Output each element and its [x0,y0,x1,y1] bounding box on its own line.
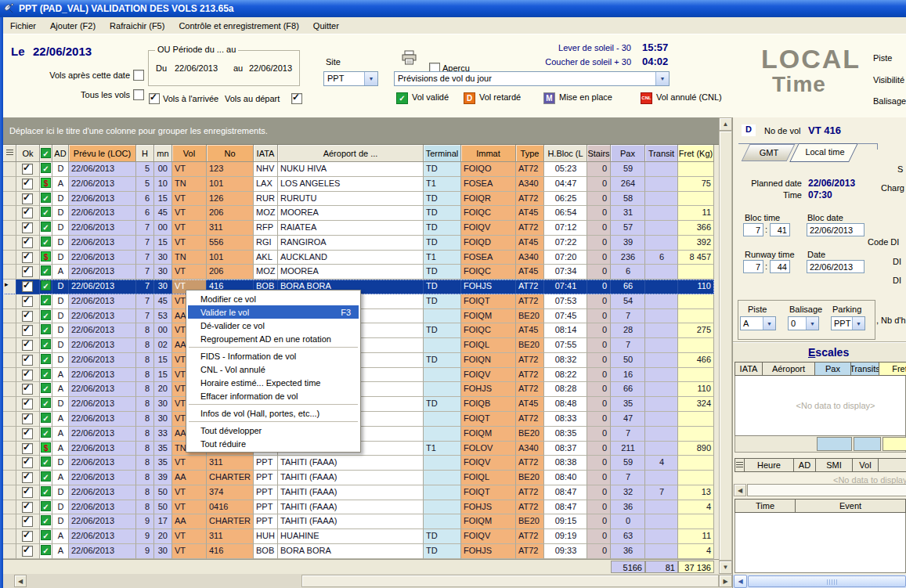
ok-checkbox[interactable] [22,384,33,395]
scroll-left-icon[interactable]: ◀ [734,484,746,496]
period-du-date[interactable]: 22/06/2013 [175,63,218,73]
runway-hour-field[interactable] [743,260,763,273]
tab-gmt[interactable]: GMT [742,144,796,161]
horizontal-scrollbar[interactable]: ◀ ▶ [3,574,732,588]
balisage-select[interactable]: 0 ▼ [788,316,819,330]
chevron-down-icon[interactable]: ▼ [364,72,377,85]
context-item-valider-le-vol[interactable]: Valider le volF3 [188,305,359,319]
flight-row[interactable]: ✓D22/06/2013500VT123NHVNUKU HIVATDFOIQOA… [3,162,714,177]
flight-row[interactable]: ✓D22/06/2013700VT311RFPRAIATEATDFOIQVAT7… [3,221,714,236]
site-select[interactable]: PPT ▼ [323,71,378,86]
ok-checkbox[interactable] [22,193,33,204]
flight-row[interactable]: ✓D22/06/2013850VT374PPTTAHITI (FAAA)FOIQ… [3,485,714,500]
flight-row[interactable]: $D22/06/2013730TN101AKLAUCKLANDT1FOSEAA3… [3,251,714,265]
column-header-date[interactable]: Prévu le (LOC) [69,145,136,162]
movements-head-col-4[interactable]: Vol [853,458,879,472]
column-header-ok[interactable]: Ok [16,145,40,162]
escales-title[interactable]: Escales [808,346,849,359]
ok-checkbox[interactable] [22,413,33,424]
report-select[interactable]: Prévisions de vol du jour ▼ [394,71,670,86]
column-header-term[interactable]: Terminal [424,145,461,162]
chevron-down-icon[interactable]: ▼ [655,72,669,85]
column-header-icon[interactable]: ✓ [40,145,52,162]
flight-row[interactable]: ✓A22/06/2013839AACHARTERPPTTAHITI (FAAA)… [3,471,714,485]
flight-row[interactable]: ✓A22/06/2013730VT206MOZMOOREATDFOIQCAT45… [3,265,714,280]
context-item-horaire-estim-expected-time[interactable]: Horaire estimé... Expected time [188,376,359,389]
ok-checkbox[interactable] [22,516,33,527]
menu-ajouter-f2[interactable]: Ajouter (F2) [43,19,103,33]
column-header-no[interactable]: No [207,145,254,162]
bloc-hour-field[interactable] [743,223,763,236]
context-item-tout-d-velopper[interactable]: Tout développer [188,424,359,437]
ok-checkbox[interactable] [22,370,33,381]
flight-row[interactable]: ✓A22/06/2013920VT311HUHHUAHINETDFOIQVAT7… [3,529,714,544]
ok-checkbox[interactable] [22,207,33,218]
runway-date-field[interactable] [807,260,864,273]
column-header-transit[interactable]: Transit [645,145,678,162]
movements-head-col-0[interactable] [735,458,745,472]
all-flights-checkbox[interactable] [133,89,144,100]
events-head-col-1[interactable]: Event [796,499,906,513]
scroll-right-icon[interactable]: ▶ [719,575,732,587]
ok-checkbox[interactable] [22,340,33,351]
column-header-ind[interactable] [3,145,16,162]
movements-scrollbar[interactable]: ◀ [733,484,906,496]
departure-checkbox[interactable] [291,93,302,104]
piste-select[interactable]: A ▼ [740,316,776,330]
column-header-iata[interactable]: IATA [254,145,278,162]
ok-checkbox[interactable] [22,252,33,263]
flight-row[interactable]: $A22/06/2013510TN101LAXLOS ANGELEST1FOSE… [3,177,714,192]
menu-quitter[interactable]: Quitter [306,19,346,33]
chevron-down-icon[interactable]: ▼ [806,317,818,330]
horizontal-scroll-thumb[interactable] [301,575,719,587]
events-head-col-0[interactable]: Time [735,499,796,513]
ok-checkbox[interactable] [22,472,33,483]
flight-row[interactable]: ✓D22/06/2013615VT126RURRURUTUTDFOIQRAT72… [3,192,714,207]
movements-head-col-1[interactable]: Heure [745,458,794,472]
scroll-left-icon[interactable]: ◀ [14,575,27,587]
events-scroll-thumb[interactable] [748,575,906,587]
escales-head-col-3[interactable]: Transits [851,362,879,376]
parking-select[interactable]: PPT ▼ [831,316,865,330]
chevron-down-icon[interactable]: ▼ [763,317,775,330]
escales-head-col-4[interactable]: Fret [879,362,906,376]
column-header-mn[interactable]: mn [154,145,172,162]
ok-checkbox[interactable] [22,164,33,175]
ok-checkbox[interactable] [22,325,33,336]
flight-row[interactable]: ✓A22/06/2013930VT416BOBBORA BORATDFOHJSA… [3,544,714,559]
period-au-date[interactable]: 22/06/2013 [249,63,292,73]
ok-checkbox[interactable] [22,531,33,542]
column-header-fret[interactable]: Fret (Kg) [678,145,714,162]
column-header-h[interactable]: H [136,145,154,162]
scroll-down-icon[interactable]: ▼ [719,561,732,574]
context-item-infos-de-vol-hall-portes-etc[interactable]: Infos de vol (Hall, portes, etc...) [188,406,359,420]
context-item-fids-information-de-vol[interactable]: FIDS - Information de vol [188,349,359,363]
ok-checkbox[interactable] [22,281,33,292]
column-header-vol[interactable]: Vol [172,145,207,162]
flight-row[interactable]: ✓D22/06/2013835VT311PPTTAHITI (FAAA)FOIQ… [3,456,714,471]
menu-rafraichir-f5[interactable]: Rafraichir (F5) [103,19,171,33]
context-item-regroupement-ad-en-une-rotation[interactable]: Regroupement AD en une rotation [188,332,359,345]
context-item-d-valider-ce-vol[interactable]: Dé-valider ce vol [188,319,359,332]
movements-head-col-2[interactable]: AD [794,458,816,472]
bloc-minute-field[interactable] [770,223,790,236]
column-header-hbloc[interactable]: H.Bloc (L [544,145,587,162]
escales-head-col-1[interactable]: Aéroport [763,362,815,376]
flight-row[interactable]: ✓D22/06/2013850VT0416PPTTAHITI (FAAA)FOH… [3,500,714,515]
context-item-effacer-information-de-vol[interactable]: Effacer information de vol [188,389,359,402]
context-item-cnl-vol-annul[interactable]: CNL - Vol annulé [188,363,359,376]
menu-fichier[interactable]: Fichier [3,19,43,33]
ok-checkbox[interactable] [22,502,33,513]
ok-checkbox[interactable] [22,487,33,498]
column-header-airport[interactable]: Aéroport de ... [278,145,424,162]
column-header-immat[interactable]: Immat [461,145,516,162]
print-icon[interactable] [401,50,417,67]
arrival-checkbox[interactable] [149,93,160,104]
ok-checkbox[interactable] [22,428,33,439]
flight-row[interactable]: ✓D22/06/2013645VT206MOZMOOREATDFOIQCAT45… [3,206,714,221]
vertical-scroll-thumb[interactable] [719,131,732,561]
chevron-down-icon[interactable]: ▼ [852,317,864,330]
tab-local-time[interactable]: Local time [789,143,858,162]
column-header-type[interactable]: Type [516,145,544,162]
ok-checkbox[interactable] [22,237,33,248]
